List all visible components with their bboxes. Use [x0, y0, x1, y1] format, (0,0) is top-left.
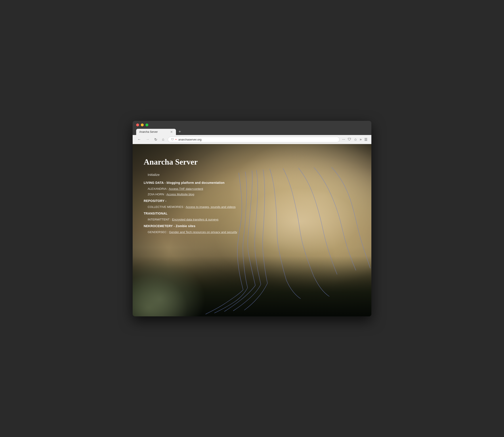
zoia-horn-link[interactable]: Access Multisite blog	[166, 193, 194, 196]
gendersec-label: GENDERSEC	[148, 230, 167, 234]
alexandria-label: ALEXANDRIA	[148, 187, 166, 190]
pencil-icon: ✏	[175, 138, 177, 141]
collective-memories-separator: :	[184, 205, 186, 209]
initialize-link[interactable]: Initialize	[148, 173, 237, 177]
address-bar: ← → ↻ ⌂ 🛡 ✏ anarchaserver.org ··· 🛡 ☆ » …	[133, 135, 371, 144]
section-transitional: TRANSITIONAL INTERMITTENT : Encrypted da…	[144, 212, 237, 221]
intermittent-item: INTERMITTENT : Encrypted data transfers …	[148, 218, 237, 221]
section-repository: REPOSITORY - COLLECTIVE MEMORIES : Acces…	[144, 199, 237, 209]
maximize-button[interactable]	[145, 123, 148, 126]
shield-icon: 🛡	[171, 138, 174, 141]
section-living-data: LIVING DATA - blogging platform and docu…	[144, 181, 237, 196]
zoia-horn-item: ZOIA HORN : Access Multisite blog	[148, 193, 237, 196]
page-text-content: Anarcha Server Initialize LIVING DATA - …	[133, 144, 248, 250]
transitional-header: TRANSITIONAL	[144, 212, 237, 215]
bookmark-icon[interactable]: ☆	[353, 137, 357, 142]
minimize-button[interactable]	[141, 123, 144, 126]
intermittent-separator: :	[171, 218, 172, 221]
collective-memories-link[interactable]: Access to images, sounds and videos	[186, 205, 236, 209]
gendersec-separator: :	[167, 230, 169, 234]
url-bar[interactable]: 🛡 ✏ anarchaserver.org	[168, 137, 340, 142]
title-bar: Anarcha Server ✕ +	[133, 121, 371, 135]
close-button[interactable]	[136, 123, 139, 126]
page-content: Anarcha Server Initialize LIVING DATA - …	[133, 144, 371, 316]
tab-close-icon[interactable]: ✕	[170, 130, 173, 133]
toolbar-right: ··· 🛡 ☆ » ☰	[342, 137, 368, 142]
active-tab[interactable]: Anarcha Server ✕	[136, 129, 176, 135]
traffic-lights	[136, 123, 368, 126]
extensions-icon[interactable]: »	[359, 137, 362, 142]
living-data-header: LIVING DATA - blogging platform and docu…	[144, 181, 237, 184]
tab-title: Anarcha Server	[139, 130, 168, 133]
collective-memories-item: COLLECTIVE MEMORIES : Access to images, …	[148, 205, 237, 209]
intermittent-link[interactable]: Encrypted data transfers & surveys	[172, 218, 218, 221]
alexandria-link[interactable]: Access THF data+content	[169, 187, 203, 190]
site-title: Anarcha Server	[144, 157, 237, 167]
tabs-bar: Anarcha Server ✕ +	[136, 129, 368, 135]
collective-memories-label: COLLECTIVE MEMORIES	[148, 205, 183, 209]
back-button[interactable]: ←	[136, 137, 142, 142]
gendersec-link[interactable]: Gender and Tech resources on privacy and…	[169, 230, 237, 234]
repository-header: REPOSITORY -	[144, 199, 237, 203]
initialize-anchor[interactable]: Initialize	[148, 173, 160, 177]
browser-window: Anarcha Server ✕ + ← → ↻ ⌂ 🛡 ✏ anarchase…	[133, 121, 371, 316]
zoia-horn-label: ZOIA HORN	[148, 193, 164, 196]
new-tab-button[interactable]: +	[177, 129, 183, 135]
zoia-horn-separator: :	[165, 193, 166, 196]
alexandria-item: ALEXANDRIA : Access THF data+content	[148, 187, 237, 190]
nekrocemetery-header: NEKROCEMETERY - Zombie sites	[144, 224, 237, 228]
menu-icon[interactable]: ☰	[364, 137, 368, 142]
more-options-icon[interactable]: ···	[342, 137, 345, 142]
pocket-icon[interactable]: 🛡	[347, 137, 352, 142]
gendersec-item: GENDERSEC : Gender and Tech resources on…	[148, 230, 237, 234]
forward-button[interactable]: →	[145, 137, 151, 142]
section-nekrocemetery: NEKROCEMETERY - Zombie sites GENDERSEC :…	[144, 224, 237, 234]
refresh-button[interactable]: ↻	[153, 137, 159, 142]
url-text: anarchaserver.org	[178, 138, 202, 141]
home-button[interactable]: ⌂	[161, 137, 166, 142]
intermittent-label: INTERMITTENT	[148, 218, 170, 221]
